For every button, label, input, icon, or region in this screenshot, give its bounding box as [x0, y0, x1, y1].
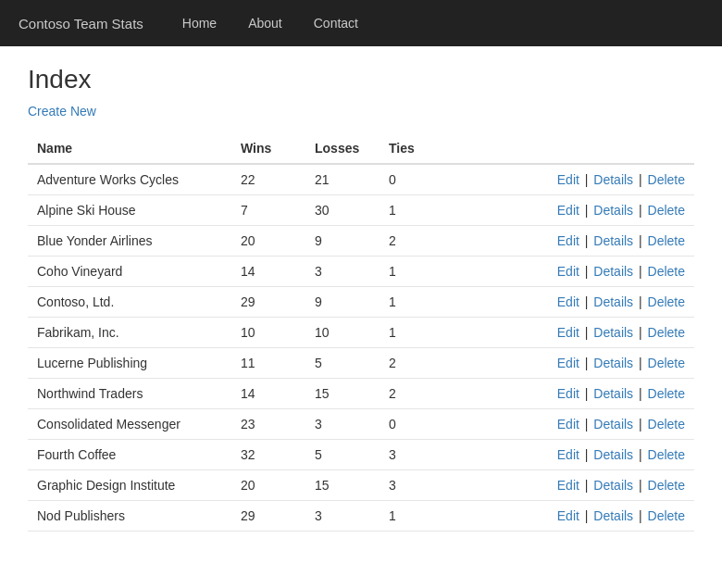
action-separator: | [581, 172, 591, 187]
action-delete-link[interactable]: Delete [648, 325, 685, 340]
action-edit-link[interactable]: Edit [557, 172, 579, 187]
action-delete-link[interactable]: Delete [648, 417, 685, 432]
table-row: Alpine Ski House7301Edit | Details | Del… [28, 195, 694, 226]
cell-name: Consolidated Messenger [28, 409, 231, 440]
cell-wins: 14 [231, 379, 305, 409]
action-separator: | [581, 508, 591, 523]
action-edit-link[interactable]: Edit [557, 386, 579, 401]
cell-wins: 11 [231, 348, 305, 379]
action-delete-link[interactable]: Delete [648, 478, 685, 493]
cell-actions: Edit | Details | Delete [454, 348, 694, 379]
action-details-link[interactable]: Details [593, 356, 633, 370]
cell-losses: 10 [305, 318, 380, 348]
action-edit-link[interactable]: Edit [557, 233, 579, 248]
cell-ties: 2 [380, 348, 454, 379]
cell-ties: 3 [380, 470, 454, 501]
action-edit-link[interactable]: Edit [557, 294, 579, 309]
cell-wins: 29 [231, 287, 305, 318]
action-details-link[interactable]: Details [593, 294, 633, 309]
cell-wins: 22 [231, 164, 305, 195]
cell-name: Lucerne Publishing [28, 348, 231, 379]
table-body: Adventure Works Cycles22210Edit | Detail… [28, 164, 694, 532]
nav-link-about[interactable]: About [237, 10, 293, 36]
action-separator: | [581, 356, 591, 370]
cell-actions: Edit | Details | Delete [454, 195, 694, 226]
cell-name: Northwind Traders [28, 379, 231, 409]
action-delete-link[interactable]: Delete [648, 172, 685, 187]
action-details-link[interactable]: Details [593, 447, 633, 462]
action-delete-link[interactable]: Delete [648, 233, 685, 248]
cell-losses: 9 [305, 287, 380, 318]
action-separator: | [581, 264, 591, 279]
table-row: Nod Publishers2931Edit | Details | Delet… [28, 501, 694, 532]
action-separator: | [581, 203, 591, 218]
cell-actions: Edit | Details | Delete [454, 318, 694, 348]
action-details-link[interactable]: Details [593, 386, 633, 401]
nav-link-contact[interactable]: Contact [303, 10, 369, 36]
action-delete-link[interactable]: Delete [648, 508, 685, 523]
nav-link-home[interactable]: Home [171, 10, 228, 36]
create-new-link[interactable]: Create New [28, 104, 96, 119]
cell-ties: 3 [380, 440, 454, 470]
cell-wins: 20 [231, 226, 305, 256]
cell-actions: Edit | Details | Delete [454, 409, 694, 440]
action-separator: | [635, 233, 645, 248]
action-edit-link[interactable]: Edit [557, 447, 579, 462]
action-edit-link[interactable]: Edit [557, 417, 579, 432]
action-separator: | [581, 417, 591, 432]
action-delete-link[interactable]: Delete [648, 264, 685, 279]
action-separator: | [635, 172, 645, 187]
action-separator: | [635, 417, 645, 432]
action-edit-link[interactable]: Edit [557, 356, 579, 370]
col-header-name: Name [28, 133, 231, 164]
cell-ties: 2 [380, 379, 454, 409]
table-row: Blue Yonder Airlines2092Edit | Details |… [28, 226, 694, 256]
table-row: Consolidated Messenger2330Edit | Details… [28, 409, 694, 440]
action-details-link[interactable]: Details [593, 203, 633, 218]
table-row: Graphic Design Institute20153Edit | Deta… [28, 470, 694, 501]
cell-name: Fourth Coffee [28, 440, 231, 470]
action-delete-link[interactable]: Delete [648, 447, 685, 462]
cell-losses: 21 [305, 164, 380, 195]
action-separator: | [581, 478, 591, 493]
cell-wins: 23 [231, 409, 305, 440]
action-details-link[interactable]: Details [593, 264, 633, 279]
action-details-link[interactable]: Details [593, 478, 633, 493]
action-details-link[interactable]: Details [593, 325, 633, 340]
cell-name: Fabrikam, Inc. [28, 318, 231, 348]
cell-ties: 1 [380, 501, 454, 532]
action-delete-link[interactable]: Delete [648, 203, 685, 218]
cell-losses: 9 [305, 226, 380, 256]
action-details-link[interactable]: Details [593, 233, 633, 248]
action-edit-link[interactable]: Edit [557, 508, 579, 523]
cell-losses: 5 [305, 440, 380, 470]
cell-ties: 1 [380, 318, 454, 348]
action-edit-link[interactable]: Edit [557, 203, 579, 218]
action-separator: | [635, 508, 645, 523]
cell-losses: 3 [305, 256, 380, 287]
table-header: Name Wins Losses Ties [28, 133, 694, 164]
action-details-link[interactable]: Details [593, 417, 633, 432]
action-details-link[interactable]: Details [593, 172, 633, 187]
cell-name: Contoso, Ltd. [28, 287, 231, 318]
action-edit-link[interactable]: Edit [557, 478, 579, 493]
table-row: Fabrikam, Inc.10101Edit | Details | Dele… [28, 318, 694, 348]
cell-wins: 7 [231, 195, 305, 226]
cell-losses: 15 [305, 470, 380, 501]
cell-name: Alpine Ski House [28, 195, 231, 226]
cell-losses: 3 [305, 501, 380, 532]
table-row: Lucerne Publishing1152Edit | Details | D… [28, 348, 694, 379]
action-edit-link[interactable]: Edit [557, 325, 579, 340]
action-delete-link[interactable]: Delete [648, 386, 685, 401]
action-separator: | [635, 325, 645, 340]
cell-ties: 0 [380, 409, 454, 440]
col-header-losses: Losses [305, 133, 380, 164]
action-separator: | [635, 264, 645, 279]
action-delete-link[interactable]: Delete [648, 294, 685, 309]
cell-actions: Edit | Details | Delete [454, 440, 694, 470]
action-separator: | [581, 233, 591, 248]
action-edit-link[interactable]: Edit [557, 264, 579, 279]
cell-name: Blue Yonder Airlines [28, 226, 231, 256]
action-details-link[interactable]: Details [593, 508, 633, 523]
action-delete-link[interactable]: Delete [648, 356, 685, 370]
